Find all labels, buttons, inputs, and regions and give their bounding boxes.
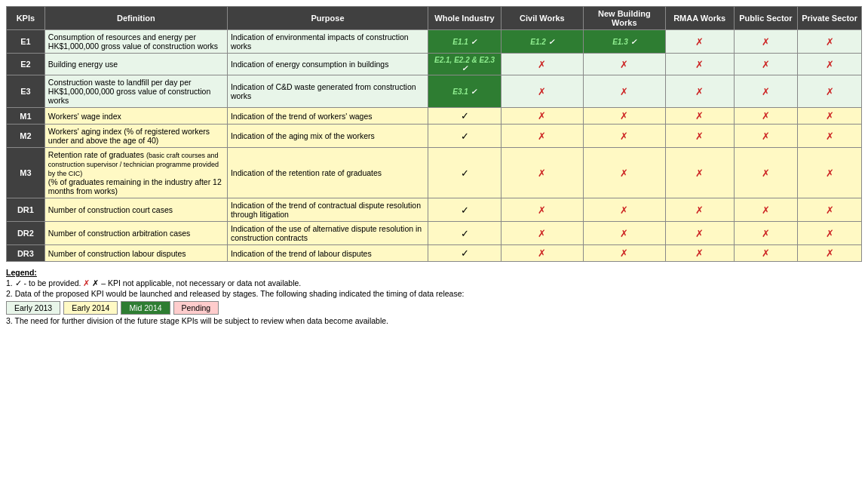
civil-works-value: ✗ [501, 125, 583, 148]
kpi-definition: Workers' aging index (% of registered wo… [44, 125, 227, 148]
kpi-definition: Number of construction court cases [44, 198, 227, 222]
header-definition: Definition [44, 7, 227, 30]
kpi-id: M3 [7, 148, 45, 198]
civil-works-value: ✗ [501, 54, 583, 75]
whole-industry-value: ✓ [428, 198, 501, 222]
kpi-table: KPIs Definition Purpose Whole Industry C… [6, 6, 862, 262]
public-sector-value: ✗ [734, 125, 798, 148]
kpi-purpose: Indication of the use of alternative dis… [227, 222, 428, 245]
legend-timing-box: Early 2013 [6, 301, 60, 315]
table-row: M3Retention rate of graduates (basic cra… [7, 148, 862, 198]
private-sector-value: ✗ [798, 54, 862, 75]
table-row: M1Workers' wage indexIndication of the t… [7, 108, 862, 125]
new-building-value: ✗ [583, 148, 665, 198]
kpi-id: M1 [7, 108, 45, 125]
kpi-purpose: Indication of the aging mix of the worke… [227, 125, 428, 148]
kpi-id: E1 [7, 30, 45, 54]
rmaa-value: ✗ [665, 245, 734, 262]
legend-boxes: Early 2013Early 2014Mid 2014Pending [6, 301, 862, 315]
legend-timing-box: Pending [173, 301, 219, 315]
public-sector-value: ✗ [734, 245, 798, 262]
legend-item-1: 1. ✓ - to be provided. ✗ ✗ – KPI not app… [6, 278, 862, 287]
kpi-definition: Construction waste to landfill per day p… [44, 75, 227, 108]
kpi-definition: Number of construction arbitration cases [44, 222, 227, 245]
whole-industry-value: E1.1 ✓ [428, 30, 501, 54]
public-sector-value: ✗ [734, 30, 798, 54]
public-sector-value: ✗ [734, 148, 798, 198]
new-building-value: E1.3 ✓ [583, 30, 665, 54]
whole-industry-value: ✓ [428, 125, 501, 148]
public-sector-value: ✗ [734, 222, 798, 245]
whole-industry-value: E2.1, E2.2 & E2.3 ✓ [428, 54, 501, 75]
kpi-definition: Number of construction labour disputes [44, 245, 227, 262]
header-private-sector: Private Sector [798, 7, 862, 30]
new-building-value: ✗ [583, 75, 665, 108]
legend-item-3: 3. The need for further division of the … [6, 316, 862, 325]
kpi-purpose: Indication of the trend of contractual d… [227, 198, 428, 222]
legend-section: Legend: 1. ✓ - to be provided. ✗ ✗ – KPI… [6, 268, 862, 325]
kpi-definition: Consumption of resources and energy per … [44, 30, 227, 54]
whole-industry-value: ✓ [428, 108, 501, 125]
header-purpose: Purpose [227, 7, 428, 30]
rmaa-value: ✗ [665, 54, 734, 75]
kpi-purpose: Indication of environmental impacts of c… [227, 30, 428, 54]
kpi-definition: Retention rate of graduates (basic craft… [44, 148, 227, 198]
new-building-value: ✗ [583, 198, 665, 222]
kpi-definition: Workers' wage index [44, 108, 227, 125]
header-rmaa: RMAA Works [665, 7, 734, 30]
kpi-id: E3 [7, 75, 45, 108]
table-row: E1Consumption of resources and energy pe… [7, 30, 862, 54]
rmaa-value: ✗ [665, 75, 734, 108]
kpi-purpose: Indication of energy consumption in buil… [227, 54, 428, 75]
legend-item-3-text: 3. The need for further division of the … [6, 316, 388, 325]
kpi-definition: Building energy use [44, 54, 227, 75]
public-sector-value: ✗ [734, 108, 798, 125]
rmaa-value: ✗ [665, 30, 734, 54]
civil-works-value: ✗ [501, 198, 583, 222]
public-sector-value: ✗ [734, 75, 798, 108]
new-building-value: ✗ [583, 108, 665, 125]
header-new-building: New Building Works [583, 7, 665, 30]
civil-works-value: ✗ [501, 75, 583, 108]
table-row: E3Construction waste to landfill per day… [7, 75, 862, 108]
table-row: E2Building energy useIndication of energ… [7, 54, 862, 75]
header-civil-works: Civil Works [501, 7, 583, 30]
private-sector-value: ✗ [798, 125, 862, 148]
kpi-id: M2 [7, 125, 45, 148]
legend-item-2-text: 2. Data of the proposed KPI would be lau… [6, 289, 464, 298]
whole-industry-value: E3.1 ✓ [428, 75, 501, 108]
private-sector-value: ✗ [798, 30, 862, 54]
kpi-purpose: Indication of the retention rate of grad… [227, 148, 428, 198]
new-building-value: ✗ [583, 125, 665, 148]
table-row: DR2Number of construction arbitration ca… [7, 222, 862, 245]
table-row: DR3Number of construction labour dispute… [7, 245, 862, 262]
header-whole-industry: Whole Industry [428, 7, 501, 30]
rmaa-value: ✗ [665, 148, 734, 198]
kpi-id: DR1 [7, 198, 45, 222]
header-public-sector: Public Sector [734, 7, 798, 30]
public-sector-value: ✗ [734, 198, 798, 222]
kpi-id: E2 [7, 54, 45, 75]
new-building-value: ✗ [583, 245, 665, 262]
new-building-value: ✗ [583, 54, 665, 75]
whole-industry-value: ✓ [428, 148, 501, 198]
kpi-id: DR3 [7, 245, 45, 262]
private-sector-value: ✗ [798, 148, 862, 198]
table-row: M2Workers' aging index (% of registered … [7, 125, 862, 148]
whole-industry-value: ✓ [428, 245, 501, 262]
civil-works-value: ✗ [501, 148, 583, 198]
kpi-purpose: Indication of the trend of workers' wage… [227, 108, 428, 125]
rmaa-value: ✗ [665, 125, 734, 148]
private-sector-value: ✗ [798, 108, 862, 125]
header-kpi: KPIs [7, 7, 45, 30]
private-sector-value: ✗ [798, 222, 862, 245]
kpi-purpose: Indication of C&D waste generated from c… [227, 75, 428, 108]
legend-item-2: 2. Data of the proposed KPI would be lau… [6, 289, 862, 298]
table-row: DR1Number of construction court casesInd… [7, 198, 862, 222]
rmaa-value: ✗ [665, 222, 734, 245]
rmaa-value: ✗ [665, 108, 734, 125]
legend-timing-box: Early 2014 [63, 301, 118, 315]
rmaa-value: ✗ [665, 198, 734, 222]
public-sector-value: ✗ [734, 54, 798, 75]
private-sector-value: ✗ [798, 245, 862, 262]
